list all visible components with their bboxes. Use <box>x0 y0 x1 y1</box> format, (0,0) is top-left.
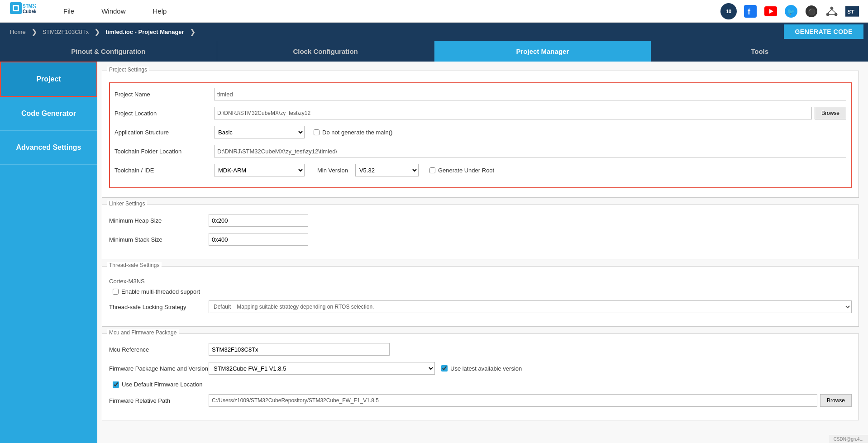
st-logo-icon[interactable]: ST <box>845 5 859 18</box>
project-name-row: Project Name <box>114 88 846 100</box>
svg-text:🐦: 🐦 <box>787 8 795 16</box>
min-heap-input[interactable] <box>209 214 308 227</box>
svg-line-17 <box>832 10 836 13</box>
project-location-browse-button[interactable]: Browse <box>815 107 846 119</box>
min-heap-row: Minimum Heap Size <box>109 214 852 227</box>
use-latest-label[interactable]: Use latest available version <box>441 365 522 372</box>
app-structure-row: Application Structure Basic Advanced Do … <box>114 126 846 138</box>
sidebar-item-code-generator[interactable]: Code Generator <box>0 97 97 131</box>
sidebar: Project Code Generator Advanced Settings <box>0 62 97 443</box>
mcu-firmware-section: Mcu and Firmware Package Mcu Reference F… <box>102 333 859 420</box>
tab-tools[interactable]: Tools <box>651 41 868 62</box>
do-not-generate-checkbox[interactable] <box>314 129 320 135</box>
locking-strategy-select[interactable]: Default – Mapping suitable strategy depe… <box>209 300 852 313</box>
fw-relative-path-label: Firmware Relative Path <box>109 397 209 404</box>
status-bar: CSDN@gn.4... <box>829 435 868 443</box>
top-menu-bar: STM32 CubeMX File Window Help 10 f 🐦 ⚫ <box>0 0 868 23</box>
project-name-input[interactable] <box>214 88 846 100</box>
min-stack-label: Minimum Stack Size <box>109 236 209 243</box>
main-content: Project Code Generator Advanced Settings… <box>0 62 868 443</box>
fw-package-label: Firmware Package Name and Version <box>109 365 209 372</box>
locking-strategy-row: Thread-safe Locking Strategy Default – M… <box>109 300 852 313</box>
toolchain-folder-label: Toolchain Folder Location <box>114 148 214 155</box>
cortex-label: Cortex-M3NS <box>109 278 852 285</box>
min-stack-input[interactable] <box>209 233 308 246</box>
project-settings-highlight: Project Name Project Location Browse App… <box>109 82 852 188</box>
fw-package-select[interactable]: STM32Cube FW_F1 V1.8.5 <box>209 362 435 375</box>
mcu-ref-label: Mcu Reference <box>109 346 209 353</box>
mcu-firmware-title: Mcu and Firmware Package <box>107 329 179 336</box>
network-icon[interactable] <box>825 5 839 18</box>
breadcrumb-arrow-3: ❯ <box>190 28 196 36</box>
main-tab-bar: Pinout & Configuration Clock Configurati… <box>0 41 868 62</box>
tab-project-manager[interactable]: Project Manager <box>434 41 652 62</box>
toolchain-folder-row: Toolchain Folder Location <box>114 145 846 157</box>
menu-window[interactable]: Window <box>101 7 125 15</box>
min-heap-label: Minimum Heap Size <box>109 217 209 224</box>
generate-under-root-checkbox[interactable] <box>429 167 435 173</box>
enable-multithreaded-checkbox[interactable] <box>113 289 119 295</box>
sidebar-item-advanced-settings[interactable]: Advanced Settings <box>0 131 97 165</box>
svg-text:⚫: ⚫ <box>808 8 816 16</box>
facebook-icon[interactable]: f <box>744 5 757 18</box>
breadcrumb-items: Home ❯ STM32F103C8Tx ❯ timled.ioc - Proj… <box>5 23 784 41</box>
menu-items: File Window Help <box>63 7 720 15</box>
mcu-ref-row: Mcu Reference <box>109 343 852 356</box>
do-not-generate-label[interactable]: Do not generate the main() <box>314 129 392 136</box>
svg-rect-5 <box>744 5 757 18</box>
breadcrumb-project[interactable]: timled.ioc - Project Manager <box>100 23 189 41</box>
thread-safe-section: Thread-safe Settings Cortex-M3NS Enable … <box>102 266 859 327</box>
use-default-fw-checkbox[interactable] <box>113 381 119 388</box>
project-name-label: Project Name <box>114 91 214 98</box>
menu-help[interactable]: Help <box>153 7 167 15</box>
project-location-row: Project Location Browse <box>114 107 846 119</box>
generate-code-button[interactable]: GENERATE CODE <box>784 24 863 39</box>
breadcrumb-home[interactable]: Home <box>5 23 31 41</box>
mcu-ref-input[interactable] <box>209 343 390 356</box>
svg-text:CubeMX: CubeMX <box>23 9 36 14</box>
svg-line-16 <box>828 10 832 13</box>
app-structure-select[interactable]: Basic Advanced <box>214 126 305 138</box>
svg-text:ST: ST <box>847 9 854 14</box>
stm32-logo: STM32 CubeMX <box>9 1 36 21</box>
version-badge: 10 <box>720 3 737 19</box>
toolchain-folder-input[interactable] <box>214 145 846 157</box>
breadcrumb-chip[interactable]: STM32F103C8Tx <box>37 23 95 41</box>
breadcrumb-bar: Home ❯ STM32F103C8Tx ❯ timled.ioc - Proj… <box>0 23 868 41</box>
fw-relative-path-group: Browse <box>209 394 852 407</box>
use-default-fw-row: Use Default Firmware Location <box>109 381 852 388</box>
github-icon[interactable]: ⚫ <box>805 5 818 18</box>
breadcrumb-arrow-1: ❯ <box>31 28 37 36</box>
thread-safe-title: Thread-safe Settings <box>107 262 162 268</box>
fw-relative-path-input[interactable] <box>209 394 817 407</box>
menu-file[interactable]: File <box>63 7 74 15</box>
linker-settings-section: Linker Settings Minimum Heap Size Minimu… <box>102 205 859 259</box>
toolchain-ide-select[interactable]: MDK-ARM STM32CubeIDE IAR SW4STM32 <box>214 164 305 176</box>
svg-text:f: f <box>748 7 751 16</box>
svg-point-13 <box>830 7 833 10</box>
tab-pinout[interactable]: Pinout & Configuration <box>0 41 217 62</box>
tab-clock[interactable]: Clock Configuration <box>217 41 434 62</box>
app-structure-label: Application Structure <box>114 129 214 136</box>
fw-package-row: Firmware Package Name and Version STM32C… <box>109 362 852 375</box>
project-location-label: Project Location <box>114 110 214 117</box>
svg-text:STM32: STM32 <box>23 4 36 9</box>
project-settings-section: Project Settings Project Name Project Lo… <box>102 71 859 198</box>
generate-under-root-label[interactable]: Generate Under Root <box>429 167 494 174</box>
enable-multithreaded-label[interactable]: Enable multi-threaded support <box>113 288 200 295</box>
toolchain-ide-label: Toolchain / IDE <box>114 167 214 174</box>
fw-browse-button[interactable]: Browse <box>820 394 852 407</box>
min-stack-row: Minimum Stack Size <box>109 233 852 246</box>
enable-multithreaded-row: Enable multi-threaded support <box>109 288 852 295</box>
sidebar-item-project[interactable]: Project <box>0 62 97 97</box>
use-latest-checkbox[interactable] <box>441 365 448 372</box>
youtube-icon[interactable] <box>764 5 777 18</box>
fw-relative-path-row: Firmware Relative Path Browse <box>109 394 852 407</box>
min-version-select[interactable]: V5.32 V5.30 <box>355 164 419 176</box>
project-location-input[interactable] <box>214 107 812 119</box>
content-area: Project Settings Project Name Project Lo… <box>97 62 868 443</box>
twitter-icon[interactable]: 🐦 <box>784 5 798 18</box>
use-default-fw-label[interactable]: Use Default Firmware Location <box>113 381 202 388</box>
top-icons: 10 f 🐦 ⚫ <box>720 3 859 19</box>
linker-settings-title: Linker Settings <box>107 200 147 207</box>
